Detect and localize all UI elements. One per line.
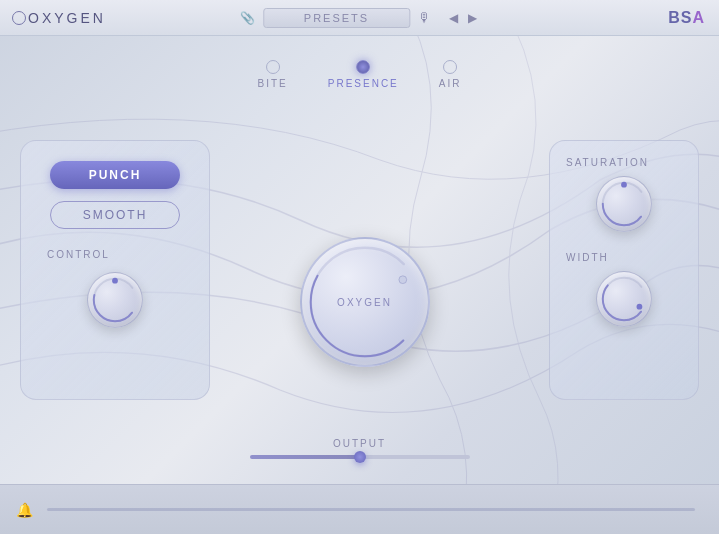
width-label: WIDTH [566, 252, 609, 263]
nav-arrows: ◀ ▶ [447, 9, 479, 27]
saturation-knob[interactable] [596, 176, 652, 232]
width-knob-container [596, 271, 652, 327]
control-knob-container [87, 272, 143, 328]
svg-point-8 [621, 182, 627, 188]
top-bar: OXYGEN 📎 PRESETS 🎙 ◀ ▶ BSA [0, 0, 719, 36]
main-knob-label: OXYGEN [337, 297, 392, 308]
prev-button[interactable]: ◀ [447, 9, 460, 27]
saturation-knob-arc [597, 177, 651, 231]
svg-point-9 [603, 278, 645, 320]
tab-bite[interactable]: BITE [258, 60, 288, 89]
saturation-label: SATURATION [566, 157, 649, 168]
tabs-area: BITE PRESENCE AIR [258, 60, 462, 89]
svg-point-1 [94, 279, 136, 321]
svg-point-10 [603, 278, 645, 320]
tab-bite-dot [266, 60, 280, 74]
smooth-button[interactable]: SMOOTH [50, 201, 180, 229]
bsa-logo: BSA [668, 9, 705, 27]
svg-point-11 [637, 304, 643, 310]
saturation-knob-body [596, 176, 652, 232]
width-knob-arc [597, 272, 651, 326]
presets-label[interactable]: PRESETS [263, 8, 410, 28]
output-label: OUTPUT [333, 438, 386, 449]
tab-air-dot [443, 60, 457, 74]
tab-bite-label: BITE [258, 78, 288, 89]
control-knob-body [87, 272, 143, 328]
microphone-icon[interactable]: 🎙 [418, 10, 431, 25]
preset-share-icon[interactable]: 📎 [240, 11, 255, 25]
main-knob-body: OXYGEN [300, 237, 430, 367]
logo: OXYGEN [12, 10, 106, 26]
bottom-slider-track[interactable] [47, 508, 695, 511]
svg-point-7 [603, 183, 645, 225]
tab-presence-label: PRESENCE [328, 78, 399, 89]
bottom-icon[interactable]: 🔔 [16, 502, 33, 518]
svg-point-3 [310, 248, 419, 357]
svg-point-6 [603, 183, 645, 225]
next-button[interactable]: ▶ [466, 9, 479, 27]
plugin-container: OXYGEN 📎 PRESETS 🎙 ◀ ▶ BSA BITE PRESENCE… [0, 0, 719, 534]
center-area: OXYGEN [180, 130, 549, 474]
tab-air-label: AIR [439, 78, 462, 89]
width-knob[interactable] [596, 271, 652, 327]
presets-area: 📎 PRESETS 🎙 ◀ ▶ [240, 8, 479, 28]
tab-presence-dot [356, 60, 370, 74]
right-panel: SATURATION WIDTH [549, 140, 699, 400]
logo-circle [12, 11, 26, 25]
output-area: OUTPUT [230, 438, 490, 459]
svg-point-2 [112, 278, 118, 284]
svg-point-4 [310, 248, 419, 357]
bottom-bar: 🔔 [0, 484, 719, 534]
logo-text: OXYGEN [28, 10, 106, 26]
svg-point-5 [398, 276, 406, 284]
width-knob-body [596, 271, 652, 327]
main-knob[interactable]: OXYGEN [300, 237, 430, 367]
svg-point-0 [94, 279, 136, 321]
main-knob-wrapper: OXYGEN [300, 237, 430, 367]
output-slider-thumb[interactable] [354, 451, 366, 463]
output-slider-track[interactable] [250, 455, 470, 459]
control-label: CONTROL [47, 249, 110, 260]
tab-presence[interactable]: PRESENCE [328, 60, 399, 89]
control-knob[interactable] [87, 272, 143, 328]
control-knob-arc [88, 273, 142, 327]
punch-button[interactable]: PUNCH [50, 161, 180, 189]
saturation-knob-container [596, 176, 652, 232]
tab-air[interactable]: AIR [439, 60, 462, 89]
bsa-slash: A [692, 9, 705, 26]
main-knob-arc [302, 239, 428, 365]
